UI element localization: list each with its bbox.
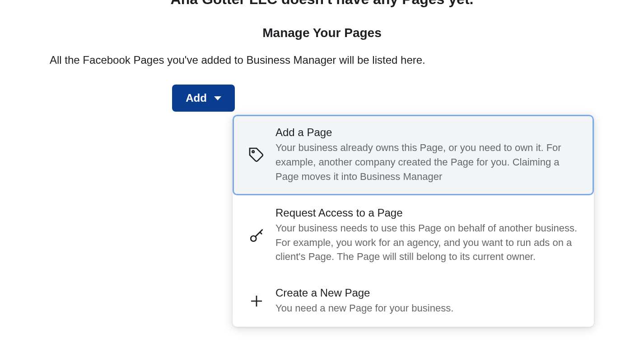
menu-item-add-page[interactable]: Add a Page Your business already owns th… [233, 115, 594, 195]
menu-item-description: Your business already owns this Page, or… [275, 141, 579, 184]
menu-item-request-access[interactable]: Request Access to a Page Your business n… [233, 195, 594, 276]
menu-item-title: Request Access to a Page [275, 207, 579, 219]
tag-icon [247, 147, 266, 163]
add-button[interactable]: Add [172, 85, 235, 112]
section-description: All the Facebook Pages you've added to B… [0, 54, 644, 66]
menu-item-description: Your business needs to use this Page on … [275, 221, 579, 264]
add-dropdown-menu: Add a Page Your business already owns th… [233, 115, 594, 327]
key-icon [247, 227, 266, 244]
menu-item-title: Create a New Page [275, 287, 579, 299]
add-button-label: Add [186, 92, 207, 104]
plus-icon [247, 293, 266, 309]
partial-page-heading: Ana Gotter LLC doesn't have any Pages ye… [0, 0, 644, 8]
menu-item-title: Add a Page [275, 126, 579, 139]
caret-down-icon [214, 96, 221, 100]
menu-item-description: You need a new Page for your business. [275, 301, 579, 316]
svg-point-0 [252, 151, 254, 153]
section-title: Manage Your Pages [0, 26, 644, 40]
menu-item-create-new-page[interactable]: Create a New Page You need a new Page fo… [233, 275, 594, 327]
